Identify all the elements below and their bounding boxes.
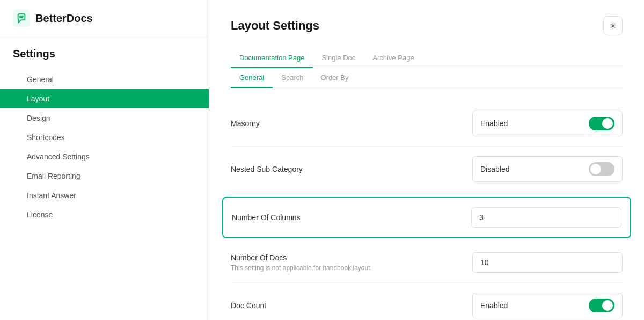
setting-row-number-of-columns: Number Of Columns [222,197,631,238]
sidebar-item-shortcodes[interactable]: Shortcodes [0,128,209,147]
setting-row-masonry: Masonry Enabled [231,101,623,147]
tabs-secondary: General Search Order By [231,68,623,88]
logo-area: BetterDocs [0,0,209,37]
main-content: Layout Settings ☀ Documentation Page Sin… [209,0,644,320]
setting-row-doc-count: Doc Count Enabled [231,283,623,320]
sidebar-item-instant-answer[interactable]: Instant Answer [0,186,209,205]
number-of-columns-label: Number Of Columns [232,213,301,222]
masonry-value: Enabled [480,119,508,128]
tab-documentation-page[interactable]: Documentation Page [231,48,313,68]
masonry-control: Enabled [472,111,623,136]
sidebar-item-email-reporting[interactable]: Email Reporting [0,166,209,186]
nested-sub-category-slider [589,162,614,176]
setting-row-number-of-docs: Number Of Docs This setting is not appli… [231,243,623,283]
number-of-columns-input[interactable] [479,213,613,222]
sidebar: BetterDocs Settings General Layout Desig… [0,0,209,320]
doc-count-label: Doc Count [231,301,266,310]
nested-sub-category-value: Disabled [480,165,509,173]
tab-archive-page[interactable]: Archive Page [364,48,422,68]
logo-icon [13,10,30,27]
tab-single-doc[interactable]: Single Doc [313,48,364,68]
sidebar-item-layout[interactable]: Layout [0,89,209,108]
sidebar-item-general[interactable]: General [0,70,209,89]
sidebar-item-advanced-settings[interactable]: Advanced Settings [0,147,209,166]
tab-order-by[interactable]: Order By [312,68,357,88]
tab-general[interactable]: General [231,68,273,88]
masonry-slider [589,117,614,130]
number-of-columns-control[interactable] [471,207,621,228]
nested-sub-category-toggle[interactable] [589,162,614,176]
masonry-label: Masonry [231,119,260,128]
doc-count-value: Enabled [480,301,508,310]
number-of-docs-input[interactable] [480,258,614,267]
sidebar-item-license[interactable]: License [0,205,209,224]
nav-menu: General Layout Design Shortcodes Advance… [0,66,209,229]
sun-icon: ☀ [609,21,617,31]
nested-sub-category-label: Nested Sub Category [231,165,303,173]
number-of-docs-control[interactable] [472,252,623,273]
page-title: Layout Settings [231,19,319,33]
setting-row-nested-sub-category: Nested Sub Category Disabled [231,147,623,192]
app-name: BetterDocs [35,12,93,25]
number-of-docs-sublabel: This setting is not applicable for handb… [231,264,372,272]
doc-count-toggle[interactable] [589,299,614,312]
number-of-docs-label: Number Of Docs [231,253,372,262]
tabs-primary: Documentation Page Single Doc Archive Pa… [231,48,623,68]
settings-container: Masonry Enabled Nested Sub Category Disa… [231,101,623,320]
tab-search[interactable]: Search [273,68,312,88]
masonry-toggle[interactable] [589,117,614,130]
sidebar-item-design[interactable]: Design [0,108,209,128]
doc-count-control: Enabled [472,293,623,318]
number-of-docs-info: Number Of Docs This setting is not appli… [231,253,372,272]
main-header: Layout Settings ☀ [231,16,623,35]
nested-sub-category-control: Disabled [472,156,623,182]
sidebar-header: Settings [0,37,209,66]
doc-count-slider [589,299,614,312]
theme-toggle-button[interactable]: ☀ [603,16,623,35]
